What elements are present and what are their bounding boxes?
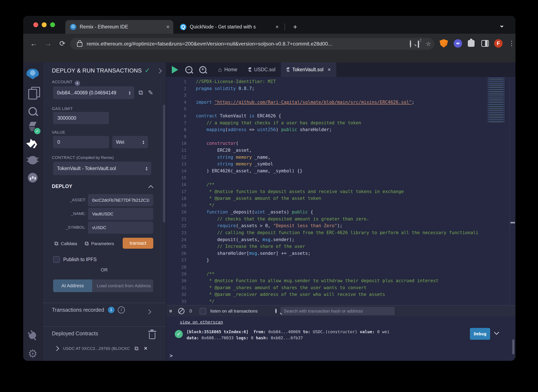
code-line: 26 shareHolder[msg.sender] += _assets;	[166, 250, 515, 257]
remove-contract-icon[interactable]: ×	[144, 345, 147, 352]
tab-close-icon[interactable]: ×	[166, 23, 169, 30]
sign-message-icon[interactable]: ✎	[148, 89, 153, 96]
clear-deployed-icon[interactable]	[149, 333, 155, 339]
code-line: 31 * @param _shares amount of shares the…	[166, 284, 515, 291]
value-input[interactable]	[53, 136, 109, 148]
symbol-arg-field[interactable]	[92, 225, 150, 230]
deploy-run-icon[interactable]	[27, 139, 38, 148]
code-line: 23 // calling the deposit function from …	[166, 229, 515, 236]
code-line: 33 */	[166, 298, 515, 305]
side-panel-icon[interactable]	[480, 39, 489, 48]
traffic-minimize-button[interactable]	[42, 22, 47, 27]
clear-terminal-icon[interactable]	[178, 308, 184, 314]
tab-divider	[285, 23, 285, 31]
contract-select[interactable]: TokenVault - TokenVault.sol ▴▾	[53, 162, 151, 175]
url-bar[interactable]: remix.ethereum.org/#optimize=false&runs=…	[70, 38, 434, 50]
listen-checkbox[interactable]	[200, 308, 206, 314]
zoom-page-icon[interactable]	[410, 41, 411, 47]
new-tab-button[interactable]: +	[290, 22, 300, 31]
tab-search-chevron-icon[interactable]: ⌄	[499, 21, 505, 29]
code-line: 10 constructor(	[166, 140, 515, 147]
code-editor[interactable]: 1//SPDX-License-Identifier: MIT2pragma s…	[166, 77, 515, 305]
symbol-arg-input[interactable]	[88, 221, 153, 234]
url-text[interactable]: remix.ethereum.org/#optimize=false&runs=…	[87, 41, 407, 47]
code-lines: 1//SPDX-License-Identifier: MIT2pragma s…	[166, 78, 515, 305]
close-tab-icon[interactable]: ×	[327, 67, 331, 73]
add-account-icon[interactable]: +	[75, 80, 80, 86]
search-plugin-icon[interactable]	[28, 107, 37, 116]
terminal-search-input[interactable]	[280, 307, 395, 315]
asset-arg-input[interactable]	[88, 194, 153, 206]
calldata-button[interactable]: ⧉ Calldata	[54, 240, 77, 247]
etherscan-link[interactable]: view on etherscan	[180, 319, 223, 325]
gas-limit-input[interactable]	[53, 112, 109, 124]
run-script-icon[interactable]	[172, 66, 178, 74]
collapse-deploy-icon[interactable]	[148, 185, 153, 190]
minimap[interactable]	[486, 78, 510, 122]
tab-remix[interactable]: Remix - Ethereum IDE ×	[65, 20, 173, 34]
extensions-puzzle-icon[interactable]	[467, 39, 475, 48]
info-icon[interactable]: i	[118, 306, 125, 313]
code-line: 21 // checks that the deposited amount i…	[166, 216, 515, 223]
back-button[interactable]: ←	[29, 39, 38, 48]
statistics-icon[interactable]	[28, 173, 37, 182]
settings-gear-icon[interactable]: ⚙	[28, 348, 38, 359]
file-explorer-icon[interactable]	[28, 89, 37, 99]
gas-limit-field[interactable]	[57, 115, 105, 121]
tab-usdc-sol[interactable]: USDC.sol	[243, 62, 281, 77]
remix-logo-icon[interactable]	[27, 69, 39, 79]
terminal-log-text[interactable]: [block:3518865 txIndex:6] from: 0xb84...…	[187, 329, 390, 341]
traffic-close-button[interactable]	[33, 22, 38, 27]
expand-terminal-icon[interactable]: »	[168, 309, 174, 313]
tab-close-icon[interactable]: ×	[276, 23, 279, 30]
tab-home[interactable]: ⌂ Home	[213, 62, 243, 77]
deploy-section-header[interactable]: DEPLOY	[52, 184, 72, 189]
code-line: 28	[166, 264, 515, 271]
remix-favicon-icon	[70, 24, 76, 30]
debugger-icon[interactable]	[28, 156, 37, 164]
zoom-in-icon[interactable]: +	[199, 66, 206, 73]
terminal-scrollbar[interactable]	[512, 339, 515, 355]
at-address-button[interactable]: At Address	[53, 280, 92, 292]
transactions-recorded[interactable]: Transactions recorded 1 i	[52, 306, 125, 313]
code-line: 14 ) ERC4626(_asset, _name, _symbol) {}	[166, 168, 515, 174]
bookmark-star-icon[interactable]: ☆	[426, 41, 431, 47]
panel-expand-icon[interactable]	[157, 68, 162, 73]
asset-arg-field[interactable]	[92, 198, 150, 203]
unit-select[interactable]: Wei ▴▾	[112, 136, 148, 148]
solidity-compiler-icon[interactable]: ✓	[28, 122, 37, 132]
account-select[interactable]: 0xb84...40069 (0.04694149 ▴▾	[53, 86, 134, 99]
solidity-file-icon	[286, 67, 290, 72]
at-address-input[interactable]: Load contract from Address	[92, 280, 153, 292]
code-line: 25 // Increase the share of the user	[166, 243, 515, 250]
publish-ipfs-checkbox[interactable]	[53, 256, 60, 263]
name-arg-input[interactable]	[88, 208, 153, 220]
transact-button[interactable]: transact	[123, 238, 153, 249]
metamask-extension-icon[interactable]	[440, 39, 448, 48]
copy-address-icon[interactable]: ⧉	[135, 345, 139, 352]
share-icon[interactable]	[418, 41, 419, 47]
tab-quicknode[interactable]: Q QuickNode - Get started with s ×	[175, 20, 282, 34]
transactions-expand-icon[interactable]	[146, 309, 151, 314]
deployed-contract-row[interactable]: USDC AT 0XCC2...29765 (BLOCKC ⧉ ×	[55, 345, 147, 352]
copy-account-icon[interactable]: ⧉	[139, 89, 143, 96]
editor-scrollbar[interactable]	[510, 77, 515, 305]
expand-contract-icon[interactable]	[54, 346, 59, 351]
reload-button[interactable]: ⟳	[58, 39, 67, 48]
profile-avatar[interactable]: F	[494, 39, 503, 48]
zoom-out-icon[interactable]: –	[185, 66, 192, 73]
purple-extension-icon[interactable]	[454, 39, 462, 48]
tab-tokenvault-sol[interactable]: TokenVault.sol ×	[281, 62, 336, 77]
value-field[interactable]	[57, 139, 105, 145]
browser-menu-icon[interactable]: ⋮	[507, 39, 515, 48]
parameters-button[interactable]: ⧉ Parameters	[85, 240, 114, 247]
plugin-manager-icon[interactable]	[29, 333, 36, 338]
select-stepper-icon: ▴▾	[143, 140, 144, 144]
name-arg-field[interactable]	[92, 211, 150, 217]
copy-icon: ⧉	[85, 240, 89, 247]
forward-button[interactable]: →	[43, 39, 53, 48]
panel-scrollbar[interactable]	[163, 105, 165, 223]
traffic-zoom-button[interactable]	[50, 22, 55, 27]
debug-button[interactable]: Debug	[470, 328, 490, 340]
expand-log-icon[interactable]	[495, 331, 498, 335]
